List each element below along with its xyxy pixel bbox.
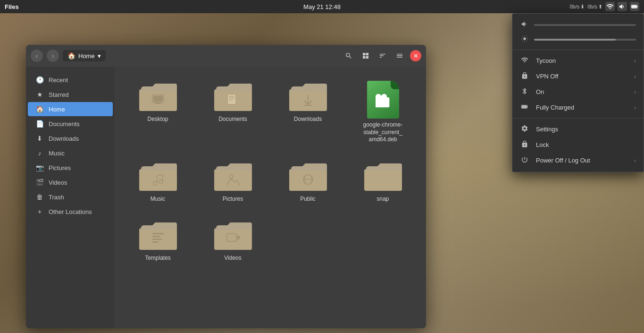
folder-snap[interactable]: snap [349, 156, 417, 208]
battery-menu-icon [520, 103, 529, 112]
sidebar-item-downloads[interactable]: ⬇ Downloads [28, 131, 113, 145]
sidebar-item-other-locations[interactable]: + Other Locations [28, 205, 113, 219]
pictures-icon: 📷 [35, 164, 44, 171]
wifi-topbar-icon[interactable] [605, 2, 615, 11]
templates-folder-label: Templates [145, 255, 171, 262]
templates-folder-icon [139, 220, 177, 252]
vpn-menu-icon [520, 72, 529, 81]
divider-2 [512, 118, 644, 119]
location-bar[interactable]: 🏠 Home ▾ [63, 50, 106, 61]
file-chrome-deb[interactable]: google-chrome-stable_current_amd64.deb [349, 76, 417, 148]
svg-rect-21 [152, 236, 160, 237]
file-manager-window: ‹ › 🏠 Home ▾ ✕ 🕐 Recent [26, 45, 426, 328]
battery-label: Fully Charged [536, 104, 627, 111]
power-menu-item[interactable]: Power Off / Log Out › [512, 153, 644, 168]
videos-icon: 🎬 [35, 179, 44, 186]
volume-slider[interactable] [534, 24, 636, 26]
volume-icon [520, 20, 529, 29]
search-button[interactable] [342, 49, 355, 62]
sidebar-label-starred: Starred [49, 91, 69, 98]
folder-pictures[interactable]: Pictures [199, 156, 267, 208]
sidebar-label-music: Music [49, 150, 65, 157]
svg-rect-22 [152, 239, 162, 240]
folder-desktop[interactable]: Desktop [124, 76, 192, 148]
sidebar-label-videos: Videos [49, 179, 67, 186]
svg-rect-28 [527, 106, 527, 108]
battery-arrow: › [634, 104, 636, 111]
svg-rect-20 [152, 233, 164, 234]
battery-menu-item[interactable]: Fully Charged › [512, 100, 644, 115]
folder-music[interactable]: Music [124, 156, 192, 208]
public-folder-icon [289, 161, 327, 193]
videos-folder-label: Videos [224, 255, 241, 262]
divider-1 [512, 50, 644, 50]
svg-rect-6 [227, 94, 236, 104]
back-button[interactable]: ‹ [31, 50, 43, 62]
wifi-menu-item[interactable]: Tycoon › [512, 53, 644, 68]
documents-folder-icon [214, 81, 252, 113]
folder-grid: Desktop Documents [124, 76, 417, 267]
svg-rect-4 [153, 96, 163, 102]
lock-menu-item[interactable]: Lock [512, 137, 644, 153]
speaker-topbar-icon[interactable] [618, 2, 627, 11]
fm-sidebar: 🕐 Recent ★ Starred 🏠 Home 📄 Documents ⬇ … [26, 67, 115, 328]
music-folder-icon [139, 161, 177, 193]
volume-row [512, 17, 644, 32]
sidebar-item-music[interactable]: ♪ Music [28, 146, 113, 160]
documents-icon: 📄 [35, 120, 44, 128]
brightness-row [512, 32, 644, 47]
battery-topbar-icon[interactable] [630, 2, 639, 11]
sidebar-label-other-locations: Other Locations [49, 208, 92, 215]
brightness-slider[interactable] [534, 39, 636, 41]
svg-rect-2 [632, 5, 637, 8]
bluetooth-menu-item[interactable]: On › [512, 84, 644, 100]
pictures-folder-icon [214, 161, 252, 193]
sidebar-label-downloads: Downloads [49, 135, 79, 142]
svg-rect-23 [152, 241, 158, 243]
folder-documents[interactable]: Documents [199, 76, 267, 148]
settings-menu-item[interactable]: Settings [512, 121, 644, 137]
svg-rect-1 [637, 6, 637, 8]
trash-icon: 🗑 [35, 193, 44, 201]
other-locations-icon: + [35, 208, 44, 215]
menu-button[interactable] [393, 49, 406, 62]
bluetooth-arrow: › [634, 89, 636, 95]
sidebar-item-videos[interactable]: 🎬 Videos [28, 175, 113, 189]
settings-menu-icon [520, 125, 529, 134]
downloads-folder-icon [289, 81, 327, 113]
folder-public[interactable]: Public [274, 156, 342, 208]
home-sidebar-icon: 🏠 [35, 105, 44, 113]
sidebar-label-pictures: Pictures [49, 164, 71, 171]
close-button[interactable]: ✕ [410, 50, 421, 61]
sidebar-item-trash[interactable]: 🗑 Trash [28, 190, 113, 204]
brightness-icon [520, 35, 529, 44]
sidebar-item-documents[interactable]: 📄 Documents [28, 117, 113, 131]
folder-videos[interactable]: Videos [199, 215, 267, 267]
desktop-label: Desktop [147, 116, 168, 123]
sidebar-item-pictures[interactable]: 📷 Pictures [28, 161, 113, 175]
wifi-network-name: Tycoon [536, 57, 627, 64]
sort-button[interactable] [376, 49, 389, 62]
chrome-deb-label: google-chrome-stable_current_amd64.deb [363, 121, 402, 144]
sidebar-item-home[interactable]: 🏠 Home [28, 102, 113, 116]
location-text: Home [78, 52, 95, 60]
music-folder-label: Music [151, 196, 165, 203]
vpn-menu-item[interactable]: VPN Off › [512, 68, 644, 84]
svg-rect-5 [155, 102, 161, 104]
folder-templates[interactable]: Templates [124, 215, 192, 267]
net-upload-stat: 0b/s ⬆ [587, 4, 602, 10]
downloads-folder-label: Downloads [294, 116, 322, 123]
folder-downloads[interactable]: Downloads [274, 76, 342, 148]
sidebar-item-starred[interactable]: ★ Starred [28, 87, 113, 102]
starred-icon: ★ [35, 91, 44, 98]
sidebar-label-trash: Trash [49, 194, 64, 201]
wifi-menu-icon [520, 56, 529, 65]
sidebar-label-recent: Recent [49, 77, 68, 84]
view-toggle-button[interactable] [359, 49, 372, 62]
bluetooth-menu-icon [520, 87, 529, 96]
music-icon: ♪ [35, 149, 44, 157]
lock-label: Lock [536, 141, 636, 148]
settings-label: Settings [536, 126, 636, 133]
forward-button[interactable]: › [47, 50, 59, 62]
sidebar-item-recent[interactable]: 🕐 Recent [28, 73, 113, 87]
